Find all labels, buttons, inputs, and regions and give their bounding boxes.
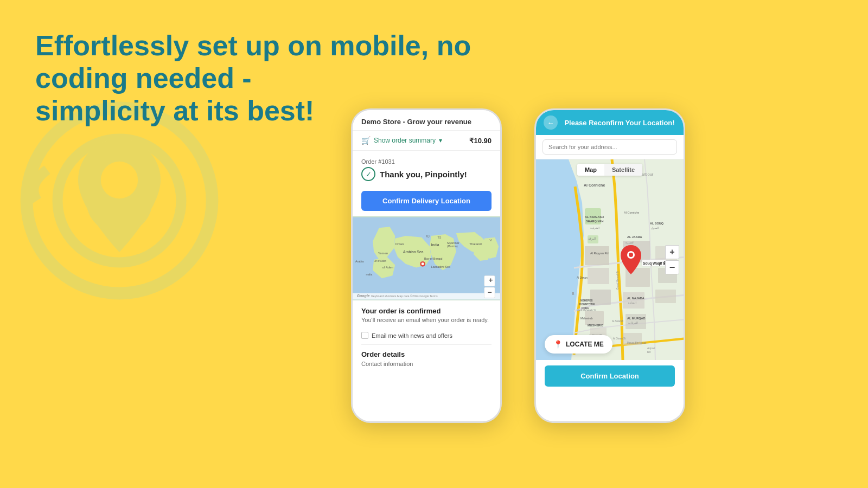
p1-order-number: Order #1031 <box>361 158 492 165</box>
svg-point-22 <box>422 262 424 265</box>
p1-order-details-section: Order details Contact information <box>353 345 500 370</box>
svg-text:Al Corniche: Al Corniche <box>584 183 605 187</box>
p2-search-input[interactable] <box>542 139 677 155</box>
svg-text:MSHEREB: MSHEREB <box>580 299 593 302</box>
p2-map-tabs: Map Satellite <box>577 164 642 176</box>
svg-text:RJ: RJ <box>426 235 430 238</box>
svg-text:Arabian Sea: Arabian Sea <box>403 250 424 254</box>
svg-text:AL JASRA: AL JASRA <box>627 235 642 239</box>
phones-container: Demo Store - Grow your revenue 🛒 Show or… <box>190 108 846 423</box>
svg-text:ulf of Aden: ulf of Aden <box>374 260 386 262</box>
p1-thank-you-text: Thank you, Pinpointly! <box>380 170 467 179</box>
svg-text:malia: malia <box>366 273 372 276</box>
p1-check-icon: ✓ <box>361 167 375 181</box>
svg-text:Bay of Bengal: Bay of Bengal <box>424 257 442 260</box>
svg-text:DOWNTOWN: DOWNTOWN <box>579 303 595 306</box>
p1-confirm-delivery-button[interactable]: Confirm Delivery Location <box>361 191 492 211</box>
svg-text:Al Aalansh: Al Aalansh <box>612 320 624 323</box>
svg-text:Vi: Vi <box>489 239 492 242</box>
cart-icon: 🛒 <box>361 136 371 145</box>
p2-back-icon: ← <box>547 119 554 127</box>
p2-header: ← Please Reconfirm Your Location! <box>536 110 684 135</box>
p1-map: Yemen ulf of Aden of Aden Oman Arabian S… <box>353 216 500 300</box>
svg-point-85 <box>629 253 633 257</box>
p1-price: ₹10.90 <box>469 137 492 145</box>
p2-locate-me-button[interactable]: 📍 LOCATE ME <box>545 335 612 354</box>
svg-text:+: + <box>488 276 493 284</box>
svg-text:AL NAJADA: AL NAJADA <box>627 297 644 300</box>
svg-text:TS: TS <box>438 236 442 239</box>
svg-text:(Burma): (Burma) <box>447 245 458 248</box>
p1-order-confirmed-section: Your order is confirmed You'll receive a… <box>353 300 500 326</box>
p2-map-container: Map Satellite <box>536 159 684 360</box>
svg-text:Myanmar: Myanmar <box>447 241 459 245</box>
p2-locate-me-label: LOCATE ME <box>566 341 604 348</box>
p1-contact-info-label: Contact information <box>361 361 492 367</box>
svg-text:Arabia: Arabia <box>355 260 364 263</box>
svg-text:Al Corniche: Al Corniche <box>624 211 639 214</box>
p1-email-row[interactable]: Email me with news and offers <box>353 326 500 344</box>
svg-text:النجادة: النجادة <box>628 301 636 304</box>
p1-thank-you-section: Order #1031 ✓ Thank you, Pinpointly! <box>353 151 500 187</box>
svg-text:Wadi Msheireb St: Wadi Msheireb St <box>577 309 596 312</box>
p1-order-summary-left: 🛒 Show order summary ▾ <box>361 136 442 145</box>
svg-rect-33 <box>585 246 609 265</box>
svg-rect-45 <box>655 290 676 303</box>
location-pin-icon: 📍 <box>553 340 563 349</box>
svg-text:Al Diwan: Al Diwan <box>577 276 588 279</box>
svg-text:Laccadive Sea: Laccadive Sea <box>431 265 450 268</box>
svg-text:AL MURQAB: AL MURQAB <box>627 317 646 320</box>
p1-map-svg: Yemen ulf of Aden of Aden Oman Arabian S… <box>353 216 500 300</box>
svg-text:البرقة: البرقة <box>588 237 596 241</box>
p2-map-svg: Al Corniche Dhow Harbour AL BIDA ASH SHA… <box>536 159 684 360</box>
svg-text:MUSHERIB: MUSHERIB <box>588 324 603 327</box>
svg-text:Keyboard shortcuts   Map data : Keyboard shortcuts Map data ©2024 Google… <box>371 294 438 298</box>
svg-text:AL SOUQ: AL SOUQ <box>650 222 664 225</box>
svg-text:Thailand: Thailand <box>469 242 481 246</box>
svg-point-3 <box>101 162 138 198</box>
p1-store-title: Demo Store - Grow your revenue <box>361 118 471 126</box>
p2-confirm-location-button[interactable]: Confirm Location <box>545 365 675 387</box>
svg-text:Yemen: Yemen <box>378 252 388 255</box>
phone-1-mockup: Demo Store - Grow your revenue 🛒 Show or… <box>351 108 502 423</box>
svg-rect-35 <box>590 290 611 305</box>
svg-text:Al Rayyan Rd: Al Rayyan Rd <box>590 252 609 255</box>
svg-text:AL BIDA ASH: AL BIDA ASH <box>585 215 604 219</box>
svg-text:Al Diwan St: Al Diwan St <box>613 337 626 340</box>
svg-text:of Aden: of Aden <box>382 266 393 269</box>
svg-text:Souq Waqif 🏛: Souq Waqif 🏛 <box>643 261 667 266</box>
p1-email-label: Email me with news and offers <box>372 332 452 339</box>
p1-store-header: Demo Store - Grow your revenue <box>353 110 500 131</box>
p1-email-checkbox[interactable] <box>361 332 368 339</box>
p2-search-bar <box>536 135 684 159</box>
p1-order-summary-row[interactable]: 🛒 Show order summary ▾ ₹10.90 <box>353 131 500 151</box>
p1-confirmed-sub: You'll receive an email when your order … <box>361 317 492 323</box>
svg-text:−: − <box>488 288 492 297</box>
p2-tab-map[interactable]: Map <box>577 164 604 176</box>
svg-text:SHARQIYAH: SHARQIYAH <box>586 220 604 223</box>
p2-map-controls: + − <box>665 245 679 274</box>
p1-thank-you-row: ✓ Thank you, Pinpointly! <box>361 167 492 181</box>
svg-text:Msheireb: Msheireb <box>580 317 593 320</box>
p1-order-summary-label: Show order summary <box>374 137 436 144</box>
p2-back-button[interactable]: ← <box>544 115 558 130</box>
p1-confirmed-title: Your order is confirmed <box>361 307 492 315</box>
phone-2-mockup: ← Please Reconfirm Your Location! Map Sa… <box>534 108 685 423</box>
p2-zoom-out-button[interactable]: − <box>665 260 679 274</box>
p2-tab-satellite[interactable]: Satellite <box>604 164 642 176</box>
p2-header-title: Please Reconfirm Your Location! <box>563 119 676 127</box>
svg-text:الشرقية: الشرقية <box>590 226 599 230</box>
svg-text:Grand Hamad St: Grand Hamad St <box>616 271 619 290</box>
svg-rect-34 <box>588 268 609 284</box>
p2-zoom-in-button[interactable]: + <box>665 245 679 259</box>
svg-text:B: B <box>572 292 575 296</box>
p1-chevron-icon: ▾ <box>439 137 442 144</box>
svg-rect-40 <box>623 292 644 309</box>
p1-order-details-title: Order details <box>361 350 492 358</box>
svg-text:Airport: Airport <box>647 346 655 350</box>
svg-text:India: India <box>431 243 439 247</box>
svg-text:Google: Google <box>357 294 370 298</box>
svg-text:Mousa Bin Nusair: Mousa Bin Nusair <box>627 342 647 344</box>
svg-text:Oman: Oman <box>395 242 404 246</box>
svg-text:Rd: Rd <box>647 350 651 354</box>
